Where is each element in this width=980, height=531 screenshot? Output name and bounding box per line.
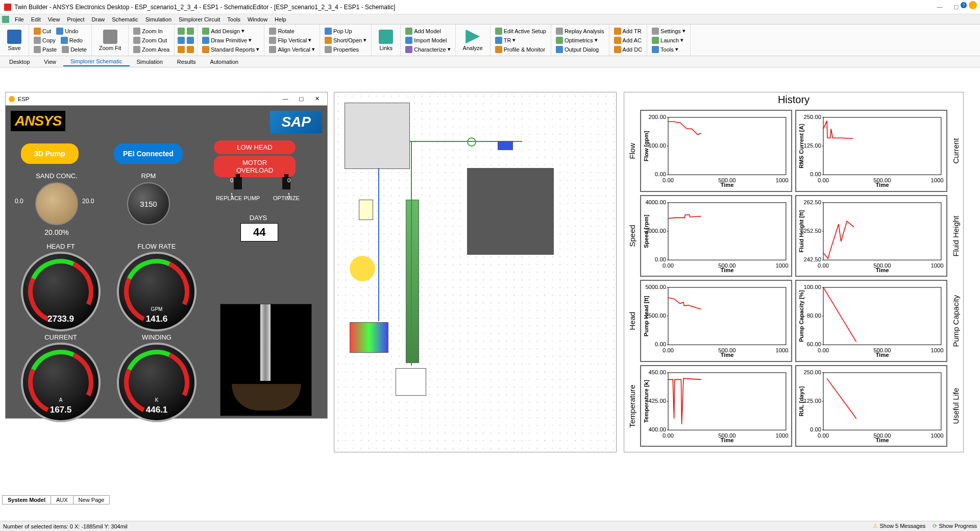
zoom-in-button[interactable]: Zoom In: [132, 27, 164, 35]
fem-block[interactable]: [350, 322, 388, 353]
bottom-block[interactable]: [396, 368, 426, 396]
svg-text:1000.00: 1000.00: [931, 432, 944, 438]
svg-text:100.00: 100.00: [649, 142, 666, 149]
tab-results[interactable]: Results: [170, 58, 203, 66]
minimize-button[interactable]: —: [936, 4, 943, 10]
esp-min-button[interactable]: —: [278, 95, 292, 102]
launch-button[interactable]: Launch ▾: [650, 36, 685, 44]
menu-tools[interactable]: Tools: [224, 16, 244, 22]
svg-text:250.00: 250.00: [804, 369, 821, 375]
circle-block-1[interactable]: [350, 256, 375, 281]
replace-switch[interactable]: 0 1 REPLACE PUMP: [216, 177, 260, 201]
menu-draw[interactable]: Draw: [88, 16, 109, 22]
hmi-block[interactable]: [467, 168, 554, 255]
profile-button[interactable]: Profile & Monitor: [494, 45, 547, 54]
replay-button[interactable]: Replay Analysis: [554, 27, 606, 35]
pei-connected-button[interactable]: PEI Connected: [114, 143, 183, 164]
schematic-canvas[interactable]: ESP — ▢ ✕ ANSYS SAP 3D Pump PEI Connecte…: [0, 67, 980, 516]
add-ac-button[interactable]: Add AC: [612, 36, 643, 44]
show-progress-button[interactable]: Show Progress: [933, 523, 977, 529]
schematic-panel[interactable]: [334, 92, 617, 452]
chip-block[interactable]: [359, 200, 373, 220]
svg-text:100.00: 100.00: [804, 284, 821, 290]
undo-button[interactable]: Undo: [55, 27, 80, 35]
svg-text:425.00: 425.00: [649, 398, 666, 404]
menu-file[interactable]: File: [11, 16, 28, 22]
zoom-out-button[interactable]: Zoom Out: [132, 36, 168, 44]
history-chart[interactable]: 60.0080.00100.000.00500.001000.00 Time P…: [795, 280, 947, 362]
status-text: Number of selected items: 0 X: -1885mil …: [3, 523, 128, 529]
help-icon[interactable]: ?: [961, 2, 967, 8]
properties-button[interactable]: Properties: [323, 45, 360, 54]
svg-text:Time: Time: [875, 352, 889, 358]
history-chart[interactable]: 0.00125.00250.000.00500.001000.00 Time R…: [795, 365, 947, 447]
tab-simplorer[interactable]: Simplorer Schematic: [63, 57, 129, 66]
align-vertical-button[interactable]: Align Vertical ▾: [267, 45, 316, 54]
save-button[interactable]: Save: [3, 28, 26, 53]
short-open-button[interactable]: Short/Open ▾: [323, 36, 368, 44]
rpm-knob[interactable]: 3150: [127, 182, 170, 225]
links-button[interactable]: Links: [375, 28, 397, 53]
import-model-button[interactable]: Import Model: [404, 36, 448, 44]
pagetab-system[interactable]: System Model: [2, 495, 51, 504]
meter-icon[interactable]: [467, 137, 476, 147]
cut-button[interactable]: Cut: [32, 27, 53, 35]
zoom-area-button[interactable]: Zoom Area: [132, 45, 171, 54]
esp-close-button[interactable]: ✕: [310, 95, 324, 102]
tools-button[interactable]: Tools ▾: [650, 45, 680, 54]
optimetrics-button[interactable]: Optimetrics ▾: [554, 36, 599, 44]
paste-button[interactable]: Paste: [32, 45, 58, 54]
maximize-button[interactable]: ▢: [952, 4, 960, 10]
delete-button[interactable]: Delete: [60, 45, 88, 54]
menu-help[interactable]: Help: [271, 16, 290, 22]
tank-icon[interactable]: [498, 141, 513, 150]
zoom-fit-button[interactable]: Zoom Fit: [95, 28, 125, 53]
tab-simulation[interactable]: Simulation: [130, 58, 170, 66]
pagetab-new[interactable]: New Page: [73, 495, 110, 504]
history-chart[interactable]: 0.002000.004000.000.00500.001000.00 Time…: [640, 195, 792, 277]
edit-setup-button[interactable]: Edit Active Setup: [494, 27, 548, 35]
menu-schematic[interactable]: Schematic: [108, 16, 141, 22]
popup-button[interactable]: Pop Up: [323, 27, 354, 35]
output-button[interactable]: Output Dialog: [554, 45, 600, 54]
svg-text:450.00: 450.00: [649, 369, 666, 375]
flip-vertical-button[interactable]: Flip Vertical ▾: [267, 36, 313, 44]
row-label-right: Useful Life: [950, 365, 961, 447]
menu-window[interactable]: Window: [244, 16, 271, 22]
characterize-button[interactable]: Characterize ▾: [404, 45, 452, 54]
history-chart[interactable]: 0.002500.005000.000.00500.001000.00 Time…: [640, 280, 792, 362]
analyze-button[interactable]: Analyze: [459, 28, 487, 53]
history-chart[interactable]: 0.00100.00200.000.00500.001000.00 Time F…: [640, 110, 792, 192]
standard-reports-button[interactable]: Standard Reports ▾: [201, 45, 261, 54]
rotate-button[interactable]: Rotate: [267, 27, 296, 35]
redo-button[interactable]: Redo: [59, 36, 84, 44]
copy-button[interactable]: Copy: [32, 36, 57, 44]
svg-text:1000.00: 1000.00: [931, 347, 944, 353]
add-tr-button[interactable]: Add TR: [612, 27, 643, 35]
settings-button[interactable]: Settings ▾: [650, 27, 687, 35]
menu-project[interactable]: Project: [63, 16, 88, 22]
esp-max-button[interactable]: ▢: [294, 95, 308, 102]
tab-automation[interactable]: Automation: [203, 58, 246, 66]
add-model-button[interactable]: Add Model: [404, 27, 443, 35]
optimize-switch[interactable]: 0 1 OPTIMIZE: [273, 177, 300, 201]
3d-pump-button[interactable]: 3D Pump: [21, 143, 79, 164]
draw-primitive-button[interactable]: Draw Primitive ▾: [201, 36, 253, 44]
sand-knob[interactable]: [35, 182, 78, 225]
cabinet-block[interactable]: [345, 103, 410, 169]
pagetab-aux[interactable]: AUX: [51, 495, 74, 504]
add-design-button[interactable]: Add Design ▾: [201, 27, 246, 35]
menu-simulation[interactable]: Simulation: [142, 16, 175, 22]
pump-column[interactable]: [406, 200, 419, 363]
history-chart[interactable]: 0.00125.00250.000.00500.001000.00 Time R…: [795, 110, 947, 192]
tab-view[interactable]: View: [37, 58, 63, 66]
menu-edit[interactable]: Edit: [28, 16, 44, 22]
menu-view[interactable]: View: [44, 16, 64, 22]
history-chart[interactable]: 400.00425.00450.000.00500.001000.00 Time…: [640, 365, 792, 447]
history-chart[interactable]: 242.50252.50262.500.00500.001000.00 Time…: [795, 195, 947, 277]
tab-desktop[interactable]: Desktop: [2, 58, 37, 66]
show-messages-button[interactable]: Show 5 Messages: [873, 523, 925, 529]
menu-simplorer[interactable]: Simplorer Circuit: [175, 16, 224, 22]
add-dc-button[interactable]: Add DC: [612, 45, 644, 54]
tr-dropdown[interactable]: TR ▾: [494, 36, 518, 44]
